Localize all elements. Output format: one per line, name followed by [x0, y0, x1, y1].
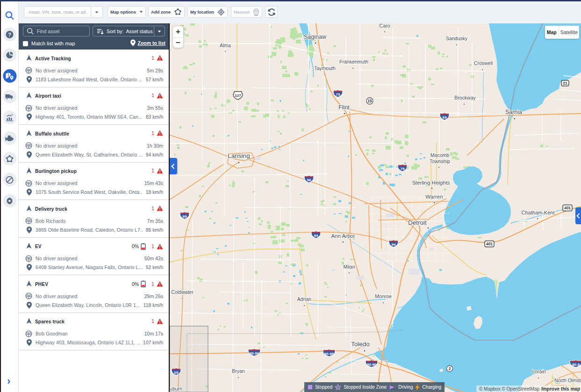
svg-text:Toledo: Toledo	[351, 341, 370, 348]
svg-text:Detroit: Detroit	[408, 219, 427, 226]
svg-text:80-90: 80-90	[250, 351, 259, 356]
svg-text:Flint: Flint	[338, 104, 350, 111]
svg-text:Sandusky: Sandusky	[446, 36, 468, 41]
svg-text:Warren: Warren	[425, 194, 443, 200]
svg-text:Macomb: Macomb	[430, 152, 449, 158]
svg-text:Bryan: Bryan	[232, 368, 245, 374]
svg-text:401: 401	[486, 242, 493, 246]
svg-text:94: 94	[314, 234, 318, 238]
svg-text:96: 96	[307, 178, 311, 182]
svg-text:Saginaw: Saginaw	[304, 34, 327, 40]
svg-text:?: ?	[8, 32, 11, 37]
svg-text:80-9: 80-9	[572, 363, 580, 367]
svg-text:80-90: 80-90	[324, 352, 334, 356]
svg-text:21: 21	[563, 81, 567, 86]
svg-text:127: 127	[235, 93, 241, 98]
svg-text:Sterling Heights: Sterling Heights	[412, 180, 450, 185]
svg-text:Alma: Alma	[220, 43, 231, 48]
svg-text:69: 69	[174, 371, 179, 375]
svg-text:Taymouth: Taymouth	[314, 65, 336, 71]
svg-text:Coldwater: Coldwater	[171, 289, 194, 295]
svg-text:15: 15	[367, 99, 372, 103]
svg-text:Milan: Milan	[343, 264, 355, 270]
svg-text:Lansing: Lansing	[228, 152, 250, 159]
svg-text:Sarnia: Sarnia	[505, 109, 522, 115]
svg-text:80-90: 80-90	[367, 363, 377, 367]
svg-text:75: 75	[336, 93, 340, 97]
svg-text:2: 2	[449, 366, 451, 371]
svg-text:75: 75	[401, 167, 405, 171]
svg-text:69: 69	[443, 115, 447, 120]
svg-text:Ann Arbor: Ann Arbor	[331, 233, 355, 239]
svg-text:Monroe: Monroe	[375, 293, 392, 299]
svg-text:Frankenmuth: Frankenmuth	[339, 59, 368, 64]
svg-text:Caro: Caro	[380, 23, 390, 29]
svg-text:Lorain: Lorain	[532, 369, 545, 374]
svg-text:401: 401	[564, 206, 571, 210]
svg-text:North Olmste: North Olmste	[554, 378, 581, 383]
svg-text:Township: Township	[430, 158, 450, 164]
svg-text:Brockway: Brockway	[454, 95, 476, 100]
svg-text:Croswell: Croswell	[474, 60, 493, 66]
svg-text:69: 69	[183, 214, 187, 219]
svg-text:94: 94	[392, 242, 396, 247]
svg-text:Auburn: Auburn	[170, 386, 182, 392]
svg-text:Chatham-Kent: Chatham-Kent	[522, 210, 555, 215]
svg-text:Adrian: Adrian	[297, 296, 312, 302]
